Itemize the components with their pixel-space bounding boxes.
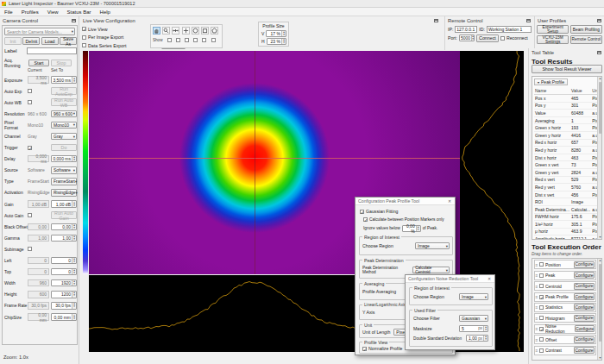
configure-button[interactable]: Configure (574, 272, 595, 279)
spinner-arrows-icon[interactable]: ▴▾ (72, 303, 76, 309)
masksize-spinner[interactable]: 5 px ▴▾ (459, 325, 488, 332)
run-autoexp-button[interactable]: Run AutoExp (51, 87, 77, 95)
spinner-arrows-icon[interactable]: ▴▾ (72, 314, 76, 320)
noise-region-dropdown[interactable]: Image ▾ (459, 293, 488, 300)
ip-field[interactable]: 127.0.0.1 (455, 26, 477, 33)
resolution-dropdown[interactable]: 960 x 600▾ (51, 110, 77, 118)
exec-item-checkbox[interactable] (539, 316, 544, 320)
configure-button[interactable]: Configure (574, 347, 595, 354)
configure-button[interactable]: Configure (574, 315, 595, 322)
start-button[interactable]: Start (28, 60, 49, 67)
scroll-down-icon[interactable]: ▼ (598, 235, 602, 239)
load-button[interactable]: Load (41, 37, 59, 45)
drag-handle-icon[interactable]: ≡ (536, 284, 538, 289)
float-panel-icon[interactable] (526, 19, 531, 22)
spinner-arrows-icon[interactable]: ▴▾ (72, 77, 76, 83)
results-scrollbar[interactable]: ▲ ▼ (597, 77, 601, 239)
exec-item-checkbox[interactable] (539, 337, 544, 342)
exec-item-checkbox[interactable] (539, 295, 544, 299)
drag-handle-icon[interactable]: ≡ (536, 273, 538, 278)
profile-size-v-spinner[interactable]: 17 % ▴▾ (266, 30, 286, 37)
vcxu-23m-settings-profile-button[interactable]: VCXU-23M Settings (537, 35, 569, 44)
close-icon[interactable]: ✕ (486, 276, 493, 281)
show-profile-checkbox-6[interactable] (211, 38, 216, 42)
polygon-roi-tool-icon[interactable] (211, 27, 218, 35)
show-profile-checkbox-2[interactable] (176, 38, 180, 42)
exec-item-noise-reduction[interactable]: ≡Noise ReductionConfigure (534, 324, 597, 334)
exec-item-checkbox[interactable] (539, 273, 544, 278)
spinner-arrows-icon[interactable]: ▴▾ (281, 31, 286, 36)
line-profile-tool-icon[interactable] (172, 27, 179, 35)
configure-button[interactable]: Configure (574, 304, 595, 311)
show-profile-checkbox-3[interactable] (185, 38, 189, 42)
exec-item-statistics[interactable]: ≡StatisticsConfigure (534, 303, 597, 312)
spinner-arrows-icon[interactable]: ▴▾ (72, 235, 76, 242)
port-spinner[interactable]: 5000 ▴▾ (459, 35, 475, 41)
filter-dropdown[interactable]: Gaussian ▾ (459, 315, 488, 322)
menu-status-bar[interactable]: Status Bar (63, 8, 96, 16)
profile-size-h-spinner[interactable]: 23 % ▴▾ (267, 38, 286, 45)
frame-rate-spinner[interactable]: 30,0 fps▴▾ (51, 302, 77, 310)
spinner-arrows-icon[interactable]: ▴▾ (483, 336, 488, 341)
connect-button[interactable]: Connect (476, 35, 499, 42)
black-offset-spinner[interactable]: 0,00▴▾ (51, 223, 77, 231)
dsd-spinner[interactable]: 1,00 px ▴▾ (466, 335, 488, 342)
spinner-arrows-icon[interactable]: ▴▾ (72, 280, 76, 286)
configure-button[interactable]: Configure (574, 293, 595, 300)
exec-item-checkbox[interactable] (539, 348, 544, 353)
spinner-arrows-icon[interactable]: ▴▾ (72, 201, 76, 207)
normalize-checkbox[interactable] (362, 347, 367, 351)
exec-item-checkbox[interactable] (539, 284, 544, 288)
dialog-title-bar[interactable]: Configuration Noise Reduction Tool ✕ (406, 275, 494, 283)
float-panel-icon[interactable] (434, 19, 438, 22)
exec-item-peak[interactable]: ≡PeakConfigure (534, 271, 597, 280)
spinner-arrows-icon[interactable]: ▴▾ (416, 226, 420, 231)
show-tool-result-viewer-button[interactable]: Show Tool Result Viewer (532, 65, 602, 73)
exec-item-position[interactable]: ≡PositionConfigure (534, 260, 597, 269)
drag-handle-icon[interactable]: ≡ (536, 326, 538, 331)
show-profile-checkbox-5[interactable] (202, 38, 206, 42)
spinner-arrows-icon[interactable]: ▴▾ (72, 156, 76, 162)
scroll-down-icon[interactable]: ▼ (598, 356, 602, 360)
drag-handle-icon[interactable]: ≡ (536, 348, 538, 353)
source-dropdown[interactable]: Software▾ (51, 166, 77, 174)
gamma-spinner[interactable]: 1,00▴▾ (51, 235, 77, 242)
deinit-button[interactable]: DeInit (22, 37, 40, 45)
experiment-setup-profile-button[interactable]: Experiment Setup (537, 25, 569, 34)
close-icon[interactable]: ✕ (446, 198, 453, 204)
float-panel-icon[interactable] (72, 19, 76, 22)
spinner-arrows-icon[interactable]: ▴▾ (72, 258, 76, 264)
ignore-spinner[interactable]: 0,00 % ▴▾ (402, 225, 421, 232)
run-auto-wb-button[interactable]: Run Auto WB (51, 98, 77, 106)
menu-file[interactable]: File (0, 8, 17, 16)
configure-button[interactable]: Configure (574, 261, 595, 268)
spinner-arrows-icon[interactable]: ▴▾ (483, 326, 488, 331)
id-field[interactable]: Working Station 1 (487, 26, 532, 33)
camera-model-search[interactable]: Search for Camera Models... ▾ (4, 28, 75, 35)
exec-item-checkbox[interactable] (539, 327, 544, 331)
gain-spinner[interactable]: 1,00 dB▴▾ (51, 200, 77, 208)
auto-exp-checkbox[interactable] (28, 89, 32, 93)
configure-button[interactable]: Configure (574, 336, 595, 343)
data-series-export-checkbox[interactable] (82, 43, 86, 47)
exec-item-contrast[interactable]: ≡ContrastConfigure (534, 346, 597, 355)
show-profile-checkbox-4[interactable] (193, 38, 198, 42)
drag-handle-icon[interactable]: ≡ (536, 262, 538, 267)
save-as-button[interactable]: Save As (60, 37, 77, 45)
float-panel-icon[interactable] (597, 19, 601, 22)
peak-profile-group-header[interactable]: ▾ Peak Profile (534, 78, 568, 85)
type-dropdown[interactable]: FrameStart▾ (51, 178, 77, 185)
scrollbar-thumb[interactable] (599, 82, 602, 134)
show-profile-checkbox-1[interactable] (167, 38, 172, 42)
run-auto-gain-button[interactable]: Run Auto Gain (51, 211, 77, 219)
drag-handle-icon[interactable]: ≡ (536, 337, 538, 342)
drag-handle-icon[interactable]: ≡ (536, 304, 538, 310)
float-panel-icon[interactable] (597, 51, 601, 54)
do-button[interactable]: Do (51, 144, 77, 152)
scroll-up-icon[interactable]: ▲ (598, 77, 602, 80)
pan-tool-icon[interactable] (153, 27, 160, 35)
calc-markers-checkbox[interactable] (363, 217, 368, 222)
spinner-arrows-icon[interactable]: ▴▾ (281, 39, 286, 44)
menu-help[interactable]: Help (96, 8, 115, 16)
peak-method-dropdown[interactable]: Calculate Centroid ▾ (412, 267, 450, 273)
